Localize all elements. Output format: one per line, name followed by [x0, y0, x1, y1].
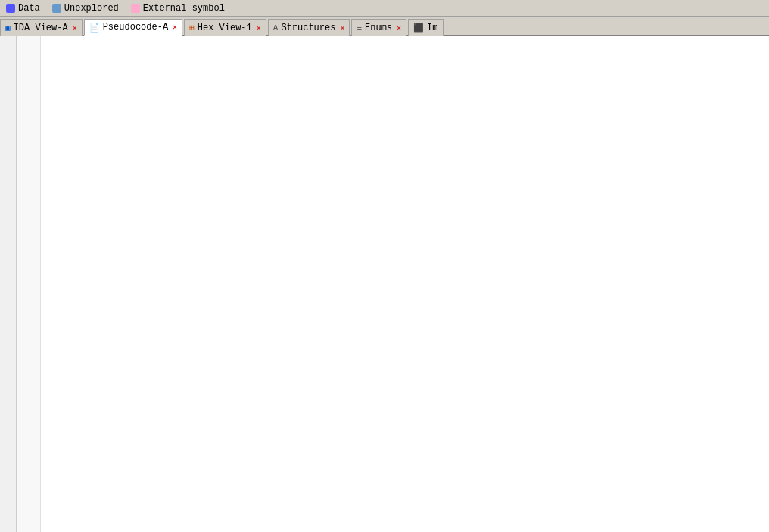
tab-label-pseudocode-a: Pseudocode-A — [103, 22, 168, 33]
tab-icon-enums: ≡ — [356, 23, 362, 33]
tab-icon-pseudocode-a: 📄 — [89, 23, 100, 33]
tab-hex-view-1[interactable]: ⊞ Hex View-1 ✕ — [184, 19, 266, 36]
tab-icon-imports: ⬛ — [413, 23, 424, 33]
code-content[interactable] — [41, 36, 769, 532]
tab-close-ida-view-a[interactable]: ✕ — [73, 23, 77, 33]
tab-imports[interactable]: ⬛ Im — [408, 19, 443, 36]
tab-label-hex-view-1: Hex View-1 — [198, 23, 252, 33]
legend-label-unexplored: Unexplored — [64, 3, 119, 14]
legend-label-data: Data — [18, 3, 40, 14]
tab-structures[interactable]: A Structures ✕ — [268, 19, 350, 36]
tab-icon-structures: A — [273, 23, 279, 33]
code-area — [0, 36, 769, 532]
legend-dot-data — [6, 4, 15, 13]
tab-enums[interactable]: ≡ Enums ✕ — [351, 19, 406, 36]
tab-label-enums: Enums — [365, 23, 392, 33]
legend-data: Data — [6, 3, 40, 14]
legend-bar: Data Unexplored External symbol — [0, 0, 769, 17]
tab-label-imports: Im — [427, 23, 437, 33]
legend-external: External symbol — [131, 3, 225, 14]
legend-unexplored: Unexplored — [52, 3, 119, 14]
tab-pseudocode-a[interactable]: 📄 Pseudocode-A ✕ — [84, 19, 182, 36]
tab-icon-ida-view-a: ▣ — [5, 23, 11, 33]
tab-close-structures[interactable]: ✕ — [340, 23, 344, 33]
tab-ida-view-a[interactable]: ▣ IDA View-A ✕ — [0, 19, 83, 36]
line-numbers — [17, 36, 41, 532]
tab-icon-hex-view-1: ⊞ — [189, 23, 195, 33]
gutter — [0, 36, 17, 532]
tab-close-pseudocode-a[interactable]: ✕ — [173, 23, 177, 32]
tab-close-hex-view-1[interactable]: ✕ — [257, 23, 261, 33]
legend-dot-unexplored — [52, 4, 61, 13]
tab-close-enums[interactable]: ✕ — [397, 23, 401, 33]
legend-label-external: External symbol — [143, 3, 225, 14]
tab-label-ida-view-a: IDA View-A — [14, 23, 68, 33]
tab-bar: ▣ IDA View-A ✕ 📄 Pseudocode-A ✕ ⊞ Hex Vi… — [0, 17, 769, 36]
legend-dot-external — [131, 4, 140, 13]
tab-label-structures: Structures — [281, 23, 335, 33]
